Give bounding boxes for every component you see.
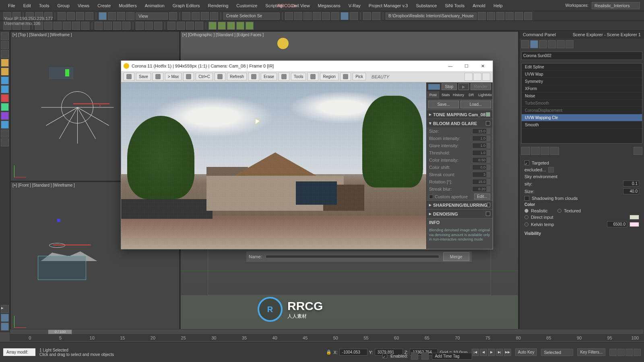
mirror-button[interactable] [285,12,293,20]
prop-spinner[interactable]: 1.0 [472,136,487,141]
cw-erase-menu[interactable] [248,72,259,81]
corona-btn-1[interactable] [208,22,217,30]
mod-item[interactable]: Smooth [522,121,642,129]
viewport-front-label[interactable]: [+] [Front ] [Standard ] [Wireframe ] [12,183,75,187]
prop-spinner[interactable]: 15.0 [472,128,487,134]
cw-tomax-menu[interactable] [153,72,163,81]
cp-tab-utilities[interactable] [566,40,574,48]
minimize-button[interactable]: — [443,62,458,70]
kelvin-swatch[interactable] [630,222,639,227]
lt-10[interactable] [1,112,9,120]
selection-set-field[interactable]: Create Selection Se [223,12,280,20]
menu-create[interactable]: Create [93,2,115,10]
stack-remove[interactable] [550,147,559,155]
menu-tools[interactable]: Tools [35,2,54,10]
menu-arnold[interactable]: Arnold [469,2,489,10]
mod-item[interactable]: CoronaDisplacement [522,107,642,114]
window-crossing-button[interactable] [85,12,93,20]
path-tool-5[interactable] [515,12,523,20]
tone-mapping-enable[interactable] [486,112,490,117]
spinner-snap-button[interactable] [210,12,218,20]
spinner-arrows[interactable] [487,157,490,163]
lt-b2[interactable] [1,323,9,331]
lt-3[interactable] [1,50,9,58]
t2-17[interactable] [167,22,175,30]
select-region-button[interactable] [76,12,84,20]
textured-radio[interactable] [557,209,561,213]
tool-extra-2[interactable] [372,12,380,20]
t2-19[interactable] [186,22,194,30]
spinner-arrows[interactable] [487,172,490,177]
t2-6[interactable] [54,22,62,30]
bloom-glare-header[interactable]: ▾ BLOOM AND GLARE [427,119,493,128]
zoom-button[interactable] [617,349,625,356]
goto-end-button[interactable]: ▶▶ [504,349,511,356]
post-save-button[interactable]: Save... [428,101,459,108]
menu-sini-tools[interactable]: SiNi Tools [441,2,469,10]
mod-item[interactable]: Symmetry [522,78,642,85]
edit-aperture-button[interactable]: Edit... [474,193,490,200]
cw-refresh-menu[interactable] [215,72,225,81]
mod-item[interactable]: Noise [522,93,642,100]
t2-12[interactable] [113,22,121,30]
tab-history[interactable]: History [452,91,465,99]
cp-tab-modify[interactable] [530,40,538,48]
mod-item[interactable]: Edit Spline [522,64,642,71]
spinner-arrows[interactable] [487,136,490,141]
project-path-field[interactable]: B:\Dropbox\Realistic Interiors\Sanctuary… [386,12,477,20]
cw-pick-menu[interactable] [340,72,351,81]
post-load-button[interactable]: Load... [460,101,491,108]
lt-b1[interactable] [1,314,9,322]
t2-7[interactable] [63,22,71,30]
path-tool-2[interactable] [487,12,495,20]
path-tool-1[interactable] [478,12,486,20]
denoising-header[interactable]: ▸ DENOISING [427,210,493,218]
menu-animation[interactable]: Animation [141,2,169,10]
t2-11[interactable] [104,22,112,30]
material-editor-button[interactable] [331,12,339,20]
cp-tab-create[interactable] [521,40,529,48]
maximize-viewport-button[interactable] [634,349,641,356]
tab-lightmix[interactable]: LightMix [477,91,493,99]
kelvin-spinner[interactable]: 6500.0 [607,221,627,227]
next-frame-button[interactable]: ▶| [496,349,503,356]
realistic-radio[interactable] [524,209,528,213]
workspace-selector[interactable]: Realistic_Interiors [592,2,640,9]
menu-project-manager[interactable]: Project Manager v.3 [365,2,412,10]
corona-btn-5[interactable] [246,22,254,30]
corona-btn-2[interactable] [218,22,226,30]
mod-item-selected[interactable]: UVW Mapping Cle [522,114,642,121]
menu-group[interactable]: Group [53,2,74,10]
play-button[interactable]: ▶ [488,349,495,356]
spinner-arrows[interactable] [487,186,490,192]
enabled-check[interactable] [382,354,387,358]
stop-button[interactable]: Stop [442,83,457,90]
zoom-fit-button[interactable] [464,73,473,81]
path-tool-3[interactable] [496,12,504,20]
path-tool-4[interactable] [506,12,514,20]
snap-2d-button[interactable] [182,12,190,20]
zoom-region-button[interactable] [482,73,490,81]
cw-refresh-button[interactable]: Refresh [227,73,247,80]
lt-2[interactable] [1,41,9,49]
curve-editor-button[interactable] [313,12,321,20]
prop-spinner[interactable]: 0.0 [472,165,487,170]
lt-9[interactable] [1,103,9,111]
lt-12[interactable] [1,130,9,138]
cw-tools-button[interactable]: Tools [291,73,306,80]
stack-unique[interactable] [541,147,549,155]
snap-percent-button[interactable] [201,12,209,20]
lt-7[interactable] [1,85,9,93]
tab-post[interactable]: Post [427,91,439,99]
zoom-100-button[interactable] [473,73,481,81]
modifier-stack[interactable]: Edit Spline UVW Map Symmetry XForm Noise… [521,63,642,144]
lt-6[interactable] [1,76,9,84]
render-frame-button[interactable] [350,12,358,20]
lt-13[interactable] [1,138,9,146]
tab-dr[interactable]: DR [465,91,477,99]
merge-button[interactable]: Merge [443,252,469,261]
schematic-button[interactable] [322,12,330,20]
placement-button[interactable] [126,12,134,20]
enabled-icon[interactable] [411,352,418,360]
menu-megascans[interactable]: Megascans [314,2,345,10]
